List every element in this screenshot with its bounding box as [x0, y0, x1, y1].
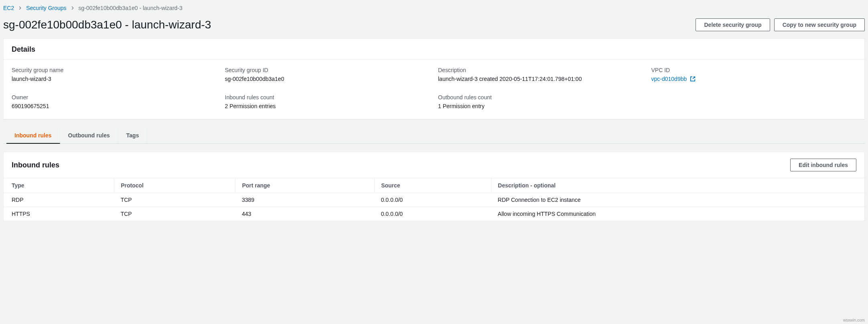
col-port[interactable]: Port range — [235, 178, 375, 193]
field-label: Inbound rules count — [225, 94, 430, 101]
field-empty — [651, 94, 857, 109]
field-label: VPC ID — [651, 67, 857, 73]
header-actions: Delete security group Copy to new securi… — [696, 18, 865, 31]
vpc-link[interactable]: vpc-d010d9bb — [651, 76, 687, 82]
col-type[interactable]: Type — [4, 178, 114, 193]
details-title: Details — [12, 45, 35, 54]
field-outbound-count: Outbound rules count 1 Permission entry — [438, 94, 643, 109]
breadcrumb-current: sg-002fe10b00db3a1e0 - launch-wizard-3 — [79, 5, 183, 11]
external-link-icon — [690, 76, 696, 83]
rules-title: Inbound rules — [12, 161, 59, 169]
tab-outbound-rules[interactable]: Outbound rules — [60, 127, 118, 143]
tab-tags[interactable]: Tags — [118, 127, 148, 143]
col-desc[interactable]: Description - optional — [491, 178, 864, 193]
rules-header: Inbound rules Edit inbound rules — [4, 152, 864, 178]
page-title: sg-002fe10b00db3a1e0 - launch-wizard-3 — [3, 18, 211, 31]
page-header: sg-002fe10b00db3a1e0 - launch-wizard-3 D… — [3, 15, 865, 38]
cell-source: 0.0.0.0/0 — [375, 207, 491, 221]
breadcrumb-ec2[interactable]: EC2 — [3, 5, 14, 11]
field-value: launch-wizard-3 created 2020-05-11T17:24… — [438, 76, 643, 82]
field-value: 2 Permission entries — [225, 103, 430, 109]
details-header: Details — [4, 39, 864, 60]
cell-protocol: TCP — [114, 207, 235, 221]
cell-desc: RDP Connection to EC2 instance — [491, 193, 864, 207]
field-label: Outbound rules count — [438, 94, 643, 101]
cell-port: 3389 — [235, 193, 375, 207]
chevron-right-icon — [71, 5, 75, 11]
field-label: Security group name — [12, 67, 217, 73]
table-row[interactable]: HTTPS TCP 443 0.0.0.0/0 Allow incoming H… — [4, 207, 864, 221]
field-description: Description launch-wizard-3 created 2020… — [438, 67, 643, 83]
field-owner: Owner 690190675251 — [12, 94, 217, 109]
cell-type: RDP — [4, 193, 114, 207]
breadcrumb-security-groups[interactable]: Security Groups — [26, 5, 66, 11]
field-sg-id: Security group ID sg-002fe10b00db3a1e0 — [225, 67, 430, 83]
field-value: 1 Permission entry — [438, 103, 643, 109]
field-sg-name: Security group name launch-wizard-3 — [12, 67, 217, 83]
field-value: vpc-d010d9bb — [651, 76, 857, 83]
cell-protocol: TCP — [114, 193, 235, 207]
field-value: 690190675251 — [12, 103, 217, 109]
cell-port: 443 — [235, 207, 375, 221]
field-value: sg-002fe10b00db3a1e0 — [225, 76, 430, 82]
copy-security-group-button[interactable]: Copy to new security group — [774, 18, 865, 31]
inbound-rules-table: Type Protocol Port range Source Descript… — [4, 178, 864, 221]
field-value: launch-wizard-3 — [12, 76, 217, 82]
cell-source: 0.0.0.0/0 — [375, 193, 491, 207]
field-vpc-id: VPC ID vpc-d010d9bb — [651, 67, 857, 83]
table-row[interactable]: RDP TCP 3389 0.0.0.0/0 RDP Connection to… — [4, 193, 864, 207]
tab-inbound-rules[interactable]: Inbound rules — [6, 127, 60, 144]
field-label: Description — [438, 67, 643, 73]
field-label: Owner — [12, 94, 217, 101]
details-grid: Security group name launch-wizard-3 Secu… — [4, 60, 864, 119]
table-header-row: Type Protocol Port range Source Descript… — [4, 178, 864, 193]
cell-type: HTTPS — [4, 207, 114, 221]
tabs: Inbound rules Outbound rules Tags — [3, 127, 865, 144]
col-source[interactable]: Source — [375, 178, 491, 193]
details-panel: Details Security group name launch-wizar… — [3, 38, 865, 119]
col-protocol[interactable]: Protocol — [114, 178, 235, 193]
cell-desc: Allow incoming HTTPS Communication — [491, 207, 864, 221]
chevron-right-icon — [18, 5, 22, 11]
delete-security-group-button[interactable]: Delete security group — [696, 18, 770, 31]
inbound-rules-panel: Inbound rules Edit inbound rules Type Pr… — [3, 152, 865, 221]
field-label: Security group ID — [225, 67, 430, 73]
field-inbound-count: Inbound rules count 2 Permission entries — [225, 94, 430, 109]
edit-inbound-rules-button[interactable]: Edit inbound rules — [790, 159, 856, 171]
breadcrumb: EC2 Security Groups sg-002fe10b00db3a1e0… — [3, 0, 865, 15]
